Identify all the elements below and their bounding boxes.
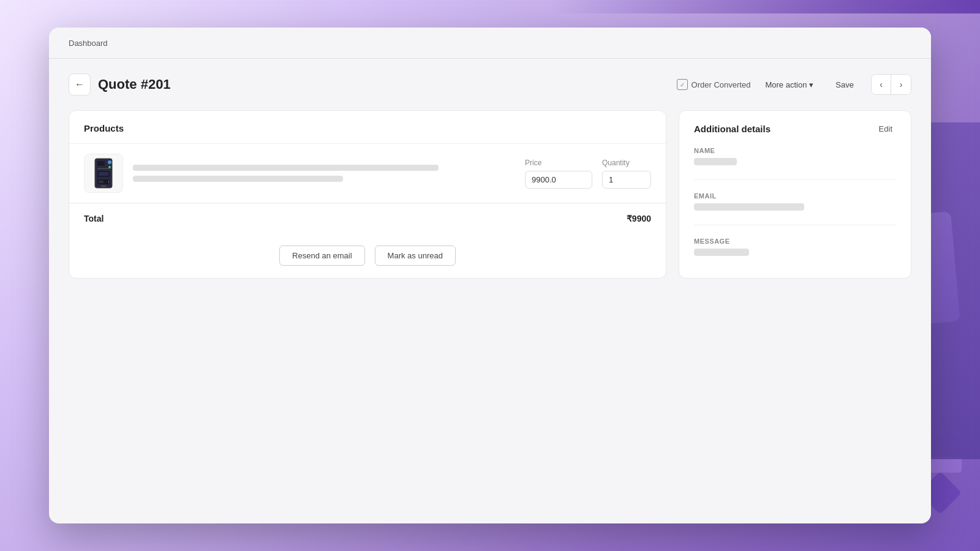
svg-point-3 (108, 166, 111, 168)
svg-rect-1 (97, 161, 105, 166)
quantity-input[interactable] (602, 171, 651, 189)
order-converted-label: Order Converted (692, 80, 751, 89)
price-label: Price (525, 159, 592, 167)
next-icon: › (900, 80, 903, 89)
content-grid: Products (69, 110, 911, 279)
name-field-label: NAME (694, 147, 896, 154)
order-converted-icon: ✓ (677, 79, 688, 90)
dashboard-title: Dashboard (69, 39, 108, 48)
top-nav: Dashboard (49, 28, 931, 59)
products-card: Products (69, 110, 666, 279)
page-title: Quote #201 (98, 77, 677, 92)
pagination-nav: ‹ › (871, 74, 911, 95)
message-section: MESSAGE (694, 238, 896, 258)
email-value (694, 203, 896, 212)
header-actions: ✓ Order Converted More action ▾ Save ‹ › (677, 74, 911, 95)
price-input[interactable] (525, 171, 592, 189)
email-value-blurred (694, 203, 804, 211)
product-row: Price Quantity (69, 144, 666, 203)
quantity-label: Quantity (602, 159, 651, 167)
details-header: Additional details Edit (694, 123, 896, 135)
name-value-blurred (694, 158, 737, 165)
svg-rect-6 (99, 172, 108, 176)
more-action-label: More action (765, 80, 807, 89)
prev-icon: ‹ (880, 80, 883, 89)
back-button[interactable]: ← (69, 73, 91, 96)
name-value (694, 158, 896, 167)
price-qty-group: Price Quantity (525, 159, 651, 189)
message-value-blurred (694, 249, 749, 256)
total-row: Total ₹9900 (69, 203, 666, 233)
details-title: Additional details (694, 124, 771, 134)
total-label: Total (84, 214, 104, 223)
next-button[interactable]: › (891, 75, 911, 94)
product-image (84, 154, 123, 193)
product-desc-line-1 (133, 165, 439, 171)
dropdown-chevron-icon: ▾ (809, 80, 813, 89)
svg-rect-8 (99, 181, 104, 183)
prev-button[interactable]: ‹ (872, 75, 891, 94)
message-value (694, 249, 896, 258)
product-image-svg (92, 157, 115, 189)
save-button[interactable]: Save (828, 77, 861, 93)
edit-button[interactable]: Edit (875, 123, 896, 135)
message-field-label: MESSAGE (694, 238, 896, 245)
page-header: ← Quote #201 ✓ Order Converted More acti… (69, 73, 911, 96)
quantity-field-group: Quantity (602, 159, 651, 189)
mark-unread-button[interactable]: Mark as unread (375, 246, 456, 266)
svg-rect-10 (101, 186, 106, 187)
svg-rect-4 (97, 168, 110, 169)
product-info (133, 165, 515, 182)
products-section-title: Products (69, 111, 666, 144)
order-converted-status: ✓ Order Converted (677, 79, 751, 90)
total-value: ₹9900 (627, 214, 651, 223)
email-section: EMAIL (694, 192, 896, 225)
action-buttons-row: Resend an email Mark as unread (69, 233, 666, 278)
svg-point-2 (108, 160, 111, 164)
resend-email-button[interactable]: Resend an email (279, 246, 365, 266)
product-desc-line-2 (133, 176, 343, 182)
name-section: NAME (694, 147, 896, 180)
price-field-group: Price (525, 159, 592, 189)
additional-details-card: Additional details Edit NAME EMAIL (679, 110, 911, 279)
email-field-label: EMAIL (694, 192, 896, 200)
more-action-button[interactable]: More action ▾ (760, 77, 818, 93)
svg-rect-9 (108, 181, 109, 183)
back-icon: ← (75, 79, 85, 90)
